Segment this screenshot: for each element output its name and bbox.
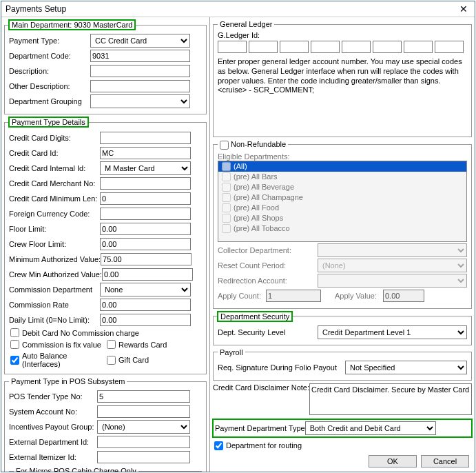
gl-id-7[interactable] [404, 41, 433, 53]
cc-id-label: Credit Card Id: [9, 149, 100, 157]
disclaimer-textarea[interactable]: Credit Card Disclaimer. Secure by Master… [309, 383, 472, 415]
sys-acc-input[interactable] [97, 405, 190, 418]
list-item: (pre) All Beverage [218, 182, 466, 192]
gl-id-2[interactable] [249, 41, 278, 53]
coll-dept-select [318, 243, 467, 257]
dept-code-label: Department Code: [9, 52, 90, 60]
sig-select[interactable]: Not Specified [345, 361, 467, 374]
crew-floor-input[interactable] [100, 238, 191, 250]
sig-label: Req. Signature During Folio Payout [218, 363, 345, 372]
close-icon[interactable]: ✕ [457, 3, 470, 14]
cc-merchant-input[interactable] [100, 177, 191, 190]
ptd-legend: Payment Type Details [9, 117, 88, 127]
chk-no-commission-label: Debit Card No Commission charge [22, 329, 139, 337]
chk-fix-comm[interactable] [10, 340, 19, 349]
apply-value-label: Apply Value: [335, 292, 383, 300]
gl-id-6[interactable] [373, 41, 402, 53]
gl-id-5[interactable] [342, 41, 371, 53]
chk-dept-routing-label: Department for routing [226, 441, 302, 450]
gl-id-label: G.Ledger Id: [218, 31, 467, 39]
ok-button[interactable]: OK [369, 455, 417, 467]
dept-grouping-label: Department Grouping [9, 97, 90, 105]
sec-level-label: Dept. Security Level [218, 328, 318, 336]
cc-internal-id-label: Credit Card Internal Id: [9, 164, 100, 172]
redir-acc-label: Redirection Account: [218, 276, 318, 285]
list-item: (All) [218, 161, 466, 172]
chk-rewards[interactable] [107, 340, 116, 349]
general-ledger-fieldset: General Ledger G.Ledger Id: Enter proper… [213, 20, 472, 137]
list-item: (pre) All Tobacco [218, 223, 466, 234]
gl-id-8[interactable] [435, 41, 464, 53]
comm-dept-select[interactable]: None [100, 283, 191, 296]
floor-limit-label: Floor Limit: [9, 225, 100, 233]
floor-limit-input[interactable] [100, 223, 191, 235]
gl-id-4[interactable] [311, 41, 340, 53]
dept-code-input[interactable] [90, 50, 190, 62]
gl-hint-text: Enter proper general ledger account numb… [218, 57, 467, 95]
chk-no-commission[interactable] [10, 328, 19, 337]
chk-fix-comm-label: Commission is fix value [22, 341, 101, 349]
chk-rewards-label: Rewards Card [118, 341, 167, 349]
payment-type-select[interactable]: CC Credit Card [90, 34, 190, 48]
crew-floor-label: Crew Floor Limit: [9, 240, 100, 248]
sec-level-select[interactable]: Credit Department Level 1 [318, 325, 467, 339]
fcc-label: Foreign Currency Code: [9, 210, 100, 218]
pdt-select[interactable]: Both Credit and Debit Card [305, 421, 436, 435]
reset-period-select: (None) [318, 259, 467, 272]
other-desc-input[interactable] [90, 80, 190, 92]
inc-payout-select[interactable]: (None) [97, 420, 190, 434]
pos-tender-label: POS Tender Type No: [9, 392, 97, 401]
cc-internal-id-select[interactable]: M Master Card [100, 161, 191, 175]
comm-rate-input[interactable] [100, 299, 191, 311]
apply-count-input [266, 290, 321, 302]
apply-count-label: Apply Count: [218, 292, 266, 300]
list-item: (pre) All Champagne [218, 192, 466, 203]
list-item: (pre) All Food [218, 203, 466, 213]
gl-id-3[interactable] [280, 41, 309, 53]
payroll-fieldset: Payroll Req. Signature During Folio Payo… [213, 348, 472, 381]
chk-auto-balance[interactable] [10, 356, 19, 365]
crew-min-auth-label: Crew Min Authorized Value: [9, 270, 102, 279]
micros-legend: For Micros POS Cabin Charge Only [14, 467, 138, 472]
cc-id-input[interactable] [100, 147, 191, 159]
cc-minlen-input[interactable] [100, 192, 191, 205]
daily-limit-label: Daily Limit (0=No Limit): [9, 316, 100, 324]
crew-min-auth-input[interactable] [102, 268, 193, 281]
chk-non-refundable-label: Non-Refundable [231, 140, 286, 148]
window-title: Payments Setup [6, 4, 66, 14]
payment-type-label: Payment Type: [9, 37, 90, 45]
micros-fieldset: For Micros POS Cabin Charge Only Allow P… [9, 467, 202, 472]
redir-acc-select [318, 274, 467, 288]
chk-gift-card-label: Gift Card [118, 356, 149, 364]
fcc-input[interactable] [100, 208, 191, 220]
eligible-depts-list[interactable]: (All) (pre) All Bars (pre) All Beverage … [218, 161, 467, 242]
gl-legend: General Ledger [218, 20, 274, 28]
disclaimer-label: Credit Card Disclaimer Note: [213, 383, 309, 392]
apply-value-input [383, 290, 424, 302]
ext-dept-input[interactable] [97, 436, 190, 448]
dept-grouping-select[interactable] [90, 94, 190, 108]
other-desc-label: Other Description: [9, 82, 90, 90]
reset-period-label: Reset Count Period: [218, 261, 318, 270]
cancel-button[interactable]: Cancel [421, 455, 469, 467]
main-dept-legend: Main Department: 9030 MasterCard [9, 20, 135, 30]
pdt-label: Payment Department Type [215, 424, 305, 432]
list-item: (pre) All Shops [218, 213, 466, 223]
daily-limit-input[interactable] [100, 314, 191, 326]
gl-id-1[interactable] [218, 41, 247, 53]
min-auth-input[interactable] [101, 253, 192, 265]
chk-non-refundable[interactable] [220, 141, 229, 150]
pos-tender-input[interactable] [97, 390, 190, 403]
chk-dept-routing[interactable] [214, 441, 223, 450]
cc-digits-input[interactable] [100, 132, 191, 144]
non-refundable-fieldset: Non-Refundable Eligible Departments: (Al… [213, 140, 472, 309]
payroll-legend: Payroll [218, 348, 245, 356]
pos-fieldset: Payment Type in POS Subsystem POS Tender… [4, 377, 207, 472]
ext-item-label: External Itemizer Id: [9, 453, 97, 461]
chk-gift-card[interactable] [107, 356, 116, 365]
min-auth-label: Minimum Authorized Value: [9, 255, 101, 263]
inc-payout-label: Incentives Payout Group: [9, 423, 97, 431]
ext-item-input[interactable] [97, 451, 190, 463]
chk-auto-balance-label: Auto Balance (Interfaces) [22, 352, 105, 368]
description-input[interactable] [90, 65, 190, 77]
